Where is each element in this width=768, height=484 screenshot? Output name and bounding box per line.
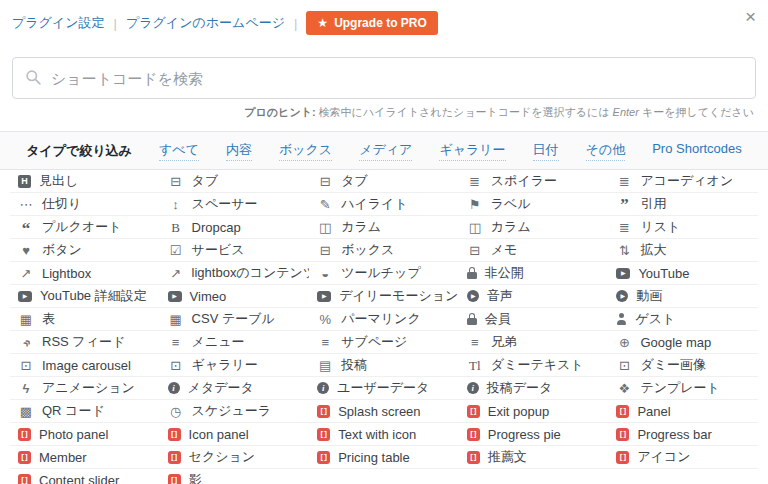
plugin-settings-link[interactable]: プラグイン設定 xyxy=(12,14,105,32)
shortcode-label: 投稿データ xyxy=(487,379,553,397)
filter-link-2[interactable]: ボックス xyxy=(279,141,332,161)
shortcode-item[interactable]: 非公開 xyxy=(459,262,609,285)
shortcode-item[interactable]: i投稿データ xyxy=(459,377,609,400)
shortcode-label: 影 xyxy=(189,471,202,484)
shortcode-item[interactable]: ↗Lightbox xyxy=(10,262,160,285)
shortcode-item[interactable]: ◫カラム xyxy=(459,216,609,239)
shortcode-item[interactable]: H見出し xyxy=(10,170,160,193)
shortcode-item[interactable]: Tlダミーテキスト xyxy=(459,354,609,377)
shortcode-item[interactable]: ↗lightboxのコンテンツ xyxy=(160,262,310,285)
shortcode-label: ダミー画像 xyxy=(640,356,706,374)
shortcode-item[interactable]: ≡サブページ xyxy=(309,331,459,354)
plugin-homepage-link[interactable]: プラグインのホームページ xyxy=(126,14,285,32)
shortcode-item[interactable]: ▶YouTube 詳細設定 xyxy=(10,285,160,308)
shortcode-item[interactable]: []Progress pie xyxy=(459,423,609,446)
shortcode-item[interactable]: ⊟メモ xyxy=(459,239,609,262)
shortcode-item[interactable]: ✎ハイライト xyxy=(309,193,459,216)
shortcode-item[interactable]: ⊡ギャラリー xyxy=(160,354,310,377)
shortcode-label: ハイライト xyxy=(341,195,408,213)
search-input[interactable] xyxy=(12,57,756,99)
shortcode-item[interactable]: ⚑ラベル xyxy=(459,193,609,216)
close-icon[interactable]: × xyxy=(745,7,756,26)
shortcode-item[interactable]: []Member xyxy=(10,446,160,469)
shortcode-item[interactable]: ϟアニメーション xyxy=(10,377,160,400)
shortcode-item[interactable]: ♥ボタン xyxy=(10,239,160,262)
shortcode-label: ギャラリー xyxy=(192,356,258,374)
shortcode-label: ボタン xyxy=(42,241,82,259)
shortcode-item[interactable]: ▶音声 xyxy=(459,285,609,308)
shortcode-item[interactable]: ⊡Image carousel xyxy=(10,354,160,377)
shortcode-item[interactable]: ▦CSV テーブル xyxy=(160,308,310,331)
shortcode-item[interactable]: ◫カラム xyxy=(309,216,459,239)
shortcode-item[interactable]: ◷スケジューラ xyxy=(160,400,310,423)
shortcode-item[interactable]: ⋯仕切り xyxy=(10,193,160,216)
shortcode-label: スケジューラ xyxy=(192,402,272,420)
shortcode-item[interactable]: []Splash screen xyxy=(309,400,459,423)
shortcode-item[interactable]: ◒ツールチップ xyxy=(309,262,459,285)
shortcode-item[interactable]: ⊕Google map xyxy=(608,331,758,354)
shortcode-label: YouTube xyxy=(638,266,689,281)
shortcode-label: プルクオート xyxy=(42,218,122,236)
filter-link-4[interactable]: ギャラリー xyxy=(439,141,505,161)
shortcode-item[interactable]: %パーマリンク xyxy=(309,308,459,331)
filter-link-0[interactable]: すべて xyxy=(159,141,199,161)
shortcode-item[interactable]: ゲスト xyxy=(608,308,758,331)
filter-link-3[interactable]: メディア xyxy=(359,141,412,161)
columns-icon: ◫ xyxy=(467,220,483,234)
shortcode-item[interactable]: ↕スペーサー xyxy=(160,193,310,216)
shortcode-item[interactable]: ⇅拡大 xyxy=(608,239,758,262)
filter-link-7[interactable]: Pro Shortcodes xyxy=(652,141,742,161)
shortcode-item[interactable]: []Pricing table xyxy=(309,446,459,469)
shortcode-item[interactable]: []セクション xyxy=(160,446,310,469)
user-icon xyxy=(616,313,627,326)
filter-link-5[interactable]: 日付 xyxy=(533,141,559,161)
shortcode-item[interactable]: ▶YouTube xyxy=(608,262,758,285)
text-icon: Tl xyxy=(467,358,483,372)
shortcode-item[interactable]: ❖テンプレート xyxy=(608,377,758,400)
shortcode-item[interactable]: ▶Vimeo xyxy=(160,285,310,308)
filter-link-6[interactable]: その他 xyxy=(586,141,626,161)
video-icon: ▶ xyxy=(616,268,630,279)
shortcode-item[interactable]: ⊟ボックス xyxy=(309,239,459,262)
shortcode-item[interactable]: ☑サービス xyxy=(160,239,310,262)
shortcode-item[interactable]: ≡兄弟 xyxy=(459,331,609,354)
pencil-icon: ✎ xyxy=(317,197,333,211)
shortcode-item[interactable]: []Progress bar xyxy=(608,423,758,446)
shortcode-item[interactable]: []Exit popup xyxy=(459,400,609,423)
shortcode-item[interactable]: ⊡ダミー画像 xyxy=(608,354,758,377)
shortcode-item[interactable]: ▶デイリーモーション xyxy=(309,285,459,308)
shortcode-item[interactable]: []影 xyxy=(160,469,310,484)
shortcode-item[interactable]: iメタデータ xyxy=(160,377,310,400)
dialog-header: プラグイン設定 | プラグインのホームページ | ★ Upgrade to PR… xyxy=(0,0,768,33)
shortcode-item[interactable]: ⊟タブ xyxy=(160,170,310,193)
shortcode-item[interactable]: ⊟タブ xyxy=(309,170,459,193)
shortcode-item[interactable]: »RSS フィード xyxy=(10,331,160,354)
shortcode-item[interactable]: iユーザーデータ xyxy=(309,377,459,400)
shortcode-item[interactable]: ≣リスト xyxy=(608,216,758,239)
list-icon: ≣ xyxy=(467,174,483,188)
shortcode-item[interactable]: 会員 xyxy=(459,308,609,331)
shortcode-item[interactable]: []Icon panel xyxy=(160,423,310,446)
shortcode-item[interactable]: []Photo panel xyxy=(10,423,160,446)
shortcode-item[interactable]: []Content slider xyxy=(10,469,160,484)
shortcode-item[interactable]: ≣スポイラー xyxy=(459,170,609,193)
shortcode-item[interactable]: []アイコン xyxy=(608,446,758,469)
upgrade-to-pro-button[interactable]: ★ Upgrade to PRO xyxy=(306,11,437,35)
shortcode-item[interactable]: ▤投稿 xyxy=(309,354,459,377)
shortcode-item[interactable]: ▦表 xyxy=(10,308,160,331)
shortcode-item[interactable]: []Panel xyxy=(608,400,758,423)
shortcode-item[interactable]: ≡メニュー xyxy=(160,331,310,354)
shortcode-item[interactable]: ▩QR コード xyxy=(10,400,160,423)
shortcode-item[interactable]: ”引用 xyxy=(608,193,758,216)
shortcode-item[interactable]: []推薦文 xyxy=(459,446,609,469)
shortcode-item[interactable]: “プルクオート xyxy=(10,216,160,239)
video-icon: ▶ xyxy=(168,291,182,302)
shortcode-label: リスト xyxy=(640,218,680,236)
shortcode-item[interactable]: ≣アコーディオン xyxy=(608,170,758,193)
external-link-icon: ↗ xyxy=(18,266,34,280)
shortcode-item[interactable]: BDropcap xyxy=(160,216,310,239)
filter-link-1[interactable]: 内容 xyxy=(226,141,252,161)
shortcode-item[interactable]: []Text with icon xyxy=(309,423,459,446)
list-icon: ≣ xyxy=(616,174,632,188)
shortcode-item[interactable]: ▶動画 xyxy=(608,285,758,308)
